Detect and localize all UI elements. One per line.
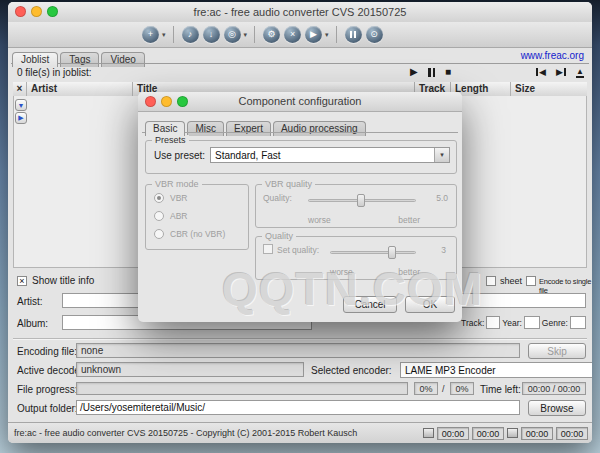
progress-percent-right: 0%	[450, 382, 474, 395]
remove-icon[interactable]: ×	[284, 26, 301, 43]
tab-video[interactable]: Video	[101, 52, 144, 67]
preset-dropdown-arrow-icon[interactable]: ▾	[434, 148, 449, 162]
genre-input[interactable]	[570, 316, 586, 329]
track-time-icon	[423, 428, 434, 438]
active-decoder-value: unknown	[76, 362, 304, 377]
output-folder-input[interactable]: /Users/yosemiteretail/Music/	[76, 400, 520, 415]
abr-radio[interactable]: ABR	[154, 211, 187, 221]
use-preset-value: Standard, Fast	[215, 150, 281, 161]
abr-radio-icon	[154, 211, 164, 221]
joblist-small-button-1[interactable]: ▼	[15, 99, 27, 111]
tab-joblist[interactable]: Joblist	[12, 52, 58, 67]
encode-single-file-checkbox[interactable]	[526, 276, 536, 286]
add-files-icon[interactable]: +	[142, 26, 159, 43]
genre-label: Genre:	[542, 318, 568, 328]
set-quality-label: Set quality:	[277, 245, 319, 255]
total-time-elapsed: 00:00	[521, 427, 553, 440]
album-label: Album:	[17, 318, 48, 329]
minimize-button[interactable]	[31, 6, 42, 17]
vbr-radio[interactable]: VBR	[154, 193, 187, 203]
file-progress-bar	[76, 382, 408, 395]
rip-cd-icon[interactable]: ◎	[224, 26, 241, 43]
quality-label: Quality:	[263, 193, 292, 203]
cancel-button[interactable]: Cancel	[343, 296, 397, 313]
track-input[interactable]	[486, 316, 500, 329]
vbr-quality-slider-thumb[interactable]	[357, 194, 365, 207]
next-track-button[interactable]: ▶	[556, 67, 566, 77]
save-joblist-icon[interactable]: ↓	[203, 26, 220, 43]
play-glyph: ▶	[310, 29, 317, 39]
tab-tags[interactable]: Tags	[60, 52, 99, 67]
dialog-minimize-button[interactable]	[161, 96, 172, 107]
column-size[interactable]: Size	[511, 82, 587, 96]
zoom-button[interactable]	[47, 6, 58, 17]
dialog-close-button[interactable]	[145, 96, 156, 107]
dialog-tab-audio-processing[interactable]: Audio processing	[273, 121, 366, 136]
cue-sheet-checkbox[interactable]	[486, 276, 496, 286]
vbr-quality-worse-label: worse	[308, 215, 331, 225]
vbr-quality-value: 5.0	[436, 193, 448, 203]
joblist-count-text: 0 file(s) in joblist:	[17, 67, 91, 78]
selected-encoder-dropdown[interactable]: LAME MP3 Encoder ▾	[400, 362, 592, 378]
track-time-total: 00:00	[472, 427, 504, 440]
quality-slider-thumb[interactable]	[388, 246, 396, 259]
set-quality-checkbox[interactable]	[263, 244, 273, 254]
main-toolbar: + ▾ ♪ ↓ ◎ ▾ ⚙ × ▶ ▾ ⊙	[8, 22, 592, 48]
track-label: Track:	[461, 318, 484, 328]
pause-icon[interactable]	[345, 26, 362, 43]
start-conversion-dropdown-icon[interactable]: ▾	[325, 31, 329, 39]
start-conversion-icon[interactable]: ▶	[305, 26, 322, 43]
settings-icon[interactable]: ⚙	[263, 26, 280, 43]
joblist-icon[interactable]: ♪	[182, 26, 199, 43]
cbr-radio[interactable]: CBR (no VBR)	[154, 229, 225, 239]
year-input[interactable]	[524, 316, 540, 329]
dialog-tab-expert[interactable]: Expert	[226, 121, 271, 136]
encoding-file-value: none	[76, 343, 520, 358]
stop-button[interactable]: ■	[445, 66, 451, 77]
dialog-tab-divider	[142, 132, 458, 133]
component-configuration-dialog: Component configuration BasicMiscExpertA…	[138, 92, 462, 322]
window-title: fre:ac - free audio converter CVS 201507…	[8, 2, 592, 22]
vbr-quality-slider[interactable]	[308, 199, 416, 202]
file-progress-label: File progress:	[17, 384, 78, 395]
browse-button[interactable]: Browse	[528, 400, 586, 416]
power-icon[interactable]: ⊙	[366, 26, 383, 43]
dialog-tab-misc[interactable]: Misc	[187, 121, 224, 136]
dialog-titlebar[interactable]: Component configuration	[138, 92, 462, 112]
joblist-small-button-2[interactable]: ▶	[15, 112, 27, 124]
quality-slider[interactable]	[330, 251, 416, 254]
play-button[interactable]: ▶	[410, 66, 418, 77]
rip-cd-glyph: ◎	[228, 29, 236, 39]
year-label: Year:	[502, 318, 522, 328]
add-files-dropdown-icon[interactable]: ▾	[162, 31, 166, 39]
toolbar-separator	[173, 26, 174, 43]
use-preset-dropdown[interactable]: Standard, Fast ▾	[210, 147, 450, 163]
close-button[interactable]	[15, 6, 26, 17]
eject-button[interactable]: ▲	[576, 68, 584, 78]
selected-encoder-label: Selected encoder:	[311, 365, 392, 376]
total-time-total: 00:00	[556, 427, 588, 440]
selected-encoder-value: LAME MP3 Encoder	[405, 365, 496, 376]
presets-legend: Presets	[152, 135, 189, 145]
freac-website-link[interactable]: www.freac.org	[521, 50, 584, 61]
previous-track-button[interactable]: ◀	[536, 67, 546, 77]
window-titlebar[interactable]: fre:ac - free audio converter CVS 201507…	[8, 2, 592, 23]
vbr-quality-group: VBR quality Quality: 5.0 worse better	[255, 184, 457, 228]
dialog-tabbar: BasicMiscExpertAudio processing	[145, 117, 368, 133]
column-select-all[interactable]: ×	[13, 82, 27, 96]
toolbar-separator	[336, 26, 337, 43]
prev-icon: ◀	[539, 67, 546, 77]
rip-cd-dropdown-icon[interactable]: ▾	[244, 31, 248, 39]
progress-slash: /	[442, 384, 445, 394]
pause-button[interactable]	[428, 68, 435, 77]
toolbar-separator	[254, 26, 255, 43]
dialog-tab-basic[interactable]: Basic	[145, 121, 185, 136]
dialog-zoom-button[interactable]	[177, 96, 188, 107]
section-divider	[13, 338, 587, 340]
show-title-info-checkbox[interactable]: ×	[17, 276, 27, 286]
skip-button[interactable]: Skip	[528, 343, 586, 359]
time-left-label: Time left:	[480, 384, 521, 395]
joblist-glyph: ♪	[188, 29, 193, 39]
ok-button[interactable]: OK	[405, 296, 455, 313]
column-artist[interactable]: Artist	[27, 82, 133, 96]
